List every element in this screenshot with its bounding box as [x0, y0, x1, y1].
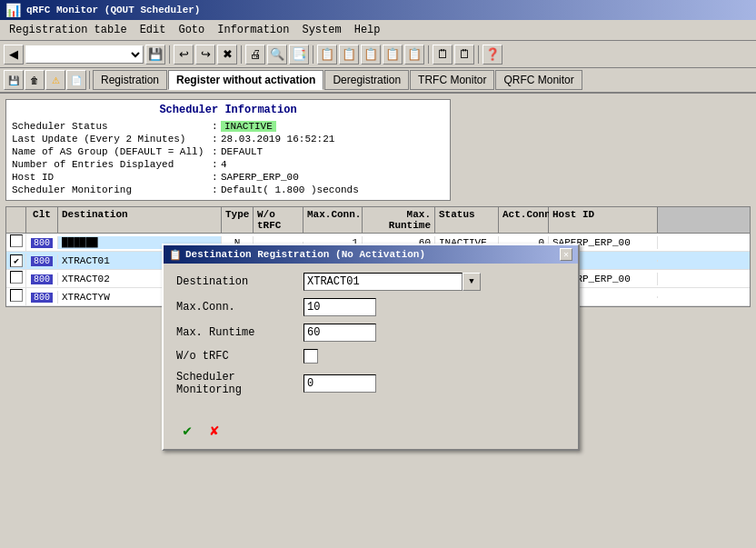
content-area: Scheduler Information Scheduler Status :… [0, 94, 756, 313]
dialog-field-wo-trfc: W/o tRFC [176, 349, 565, 364]
th-type: Type [222, 207, 254, 233]
info-colon-1: : [212, 134, 221, 144]
destination-input[interactable] [303, 273, 463, 291]
toolbar-btn-11[interactable]: 📋 [383, 45, 403, 65]
info-row-4: Host ID : SAPERP_ERP_00 [10, 171, 446, 184]
dialog-field-scheduler-monitoring: Scheduler Monitoring [176, 371, 565, 396]
dialog-close-button[interactable]: ✕ [560, 248, 572, 261]
title-bar: 📊 qRFC Monitor (QOUT Scheduler) [0, 0, 756, 20]
dialog-title-text: Destination Registration (No Activation) [185, 249, 425, 260]
dialog-title-bar: 📋 Destination Registration (No Activatio… [164, 245, 578, 264]
th-max-runtime: Max. Runtime [363, 207, 435, 233]
row0-clt: 800 [26, 236, 58, 249]
scheduler-info-box: Scheduler Information Scheduler Status :… [5, 99, 451, 201]
menu-system[interactable]: System [296, 22, 346, 38]
destination-dropdown-button[interactable]: ▼ [463, 273, 481, 291]
help-button[interactable]: ❓ [482, 45, 502, 65]
info-label-5: Scheduler Monitoring [12, 184, 212, 195]
row2-check[interactable] [6, 270, 26, 287]
info-row-5: Scheduler Monitoring : Default( 1.800 )s… [10, 184, 446, 196]
tab-qrfc-monitor[interactable]: QRFC Monitor [495, 70, 582, 90]
info-value-1: 28.03.2019 16:52:21 [221, 134, 334, 144]
th-host-id: Host ID [549, 207, 658, 233]
maxconn-input[interactable] [303, 298, 376, 316]
dialog-icon: 📋 [169, 249, 182, 261]
info-label-1: Last Update (Every 2 Minutes) [12, 134, 212, 144]
th-clt: Clt [26, 207, 58, 233]
info-btn[interactable]: 📄 [66, 70, 86, 90]
back-button[interactable]: ◀ [4, 45, 24, 65]
sched-mon-input[interactable] [303, 374, 376, 393]
menu-help[interactable]: Help [349, 22, 386, 38]
info-value-0: INACTIVE [221, 121, 276, 132]
app-icon: 📊 [5, 3, 21, 18]
window-title: qRFC Monitor (QOUT Scheduler) [26, 5, 200, 15]
scheduler-info-title: Scheduler Information [10, 104, 446, 116]
toolbar-btn-5[interactable]: 🖨 [245, 45, 265, 65]
row3-check[interactable] [6, 288, 26, 305]
menu-edit[interactable]: Edit [134, 22, 172, 38]
th-destination: Destination [58, 207, 222, 233]
th-status: Status [435, 207, 499, 233]
wo-trfc-checkbox[interactable] [303, 349, 318, 364]
info-label-4: Host ID [12, 172, 212, 183]
toolbar-btn-7[interactable]: 📑 [289, 45, 309, 65]
info-colon-0: : [212, 121, 221, 132]
destination-label: Destination [176, 275, 303, 288]
cancel-button[interactable]: ✘ [204, 420, 225, 442]
toolbar-btn-3[interactable]: ↪ [195, 45, 215, 65]
main-toolbar: ◀ 💾 ↩ ↪ ✖ 🖨 🔍 📑 📋 📋 📋 📋 📋 🗒 🗒 ❓ [0, 41, 756, 68]
info-row-2: Name of AS Group (DEFAULT = All) : DEFAU… [10, 145, 446, 158]
info-label-0: Scheduler Status [12, 121, 212, 132]
toolbar-btn-2[interactable]: ↩ [174, 45, 194, 65]
toolbar-btn-4[interactable]: ✖ [217, 45, 237, 65]
maxruntime-input[interactable] [303, 324, 376, 342]
toolbar-btn-8[interactable]: 📋 [317, 45, 337, 65]
toolbar-btn-6[interactable]: 🔍 [267, 45, 287, 65]
row2-clt: 800 [26, 273, 58, 285]
info-row-3: Number of Entries Displayed : 4 [10, 158, 446, 171]
tab-deregistration[interactable]: Deregistration [324, 70, 409, 90]
info-colon-4: : [212, 172, 221, 183]
table-header: Clt Destination Type W/o tRFC Max.Conn. … [6, 207, 750, 234]
save-btn[interactable]: 💾 [4, 70, 24, 90]
dialog-field-destination: Destination ▼ [176, 273, 565, 291]
info-row-0: Scheduler Status : INACTIVE [10, 120, 446, 133]
wo-trfc-label: W/o tRFC [176, 350, 303, 363]
th-max-conn: Max.Conn. [303, 207, 363, 233]
row0-check[interactable] [6, 234, 26, 251]
info-row-1: Last Update (Every 2 Minutes) : 28.03.20… [10, 133, 446, 145]
toolbar-btn-1[interactable]: 💾 [145, 45, 165, 65]
info-label-3: Number of Entries Displayed [12, 159, 212, 170]
delete-btn[interactable]: 🗑 [25, 70, 45, 90]
info-value-4: SAPERP_ERP_00 [221, 172, 299, 183]
toolbar-btn-9[interactable]: 📋 [339, 45, 359, 65]
action-toolbar: 💾 🗑 ⚠ 📄 Registration Register without ac… [0, 68, 756, 94]
toolbar-btn-10[interactable]: 📋 [361, 45, 381, 65]
confirm-button[interactable]: ✔ [176, 420, 198, 442]
info-value-5: Default( 1.800 )seconds [221, 184, 359, 195]
dialog-content: Destination ▼ Max.Conn. Max. Runtime W/o… [164, 264, 578, 413]
menu-registration-table[interactable]: Registration table [4, 22, 133, 38]
nav-dropdown[interactable] [25, 45, 144, 64]
tab-register-without-activation[interactable]: Register without activation [168, 70, 323, 90]
tab-trfc-monitor[interactable]: TRFC Monitor [410, 70, 494, 90]
row1-check[interactable]: ✔ [6, 254, 26, 268]
row3-clt: 800 [26, 291, 58, 304]
info-colon-5: : [212, 184, 221, 195]
menu-goto[interactable]: Goto [173, 22, 210, 38]
menu-bar: Registration table Edit Goto Information… [0, 20, 756, 41]
toolbar-btn-14[interactable]: 🗒 [454, 45, 474, 65]
destination-registration-dialog: 📋 Destination Registration (No Activatio… [162, 244, 580, 451]
warn-btn[interactable]: ⚠ [45, 70, 65, 90]
info-value-2: DEFAULT [221, 146, 263, 157]
row1-clt: 800 [26, 254, 58, 267]
th-act-conn: Act.Conn [499, 207, 549, 233]
toolbar-btn-12[interactable]: 📋 [404, 45, 424, 65]
tab-registration[interactable]: Registration [93, 70, 167, 90]
toolbar-btn-13[interactable]: 🗒 [433, 45, 453, 65]
info-value-3: 4 [221, 159, 227, 170]
menu-information[interactable]: Information [212, 22, 294, 38]
th-wo-trfc: W/o tRFC [254, 207, 303, 233]
info-label-2: Name of AS Group (DEFAULT = All) [12, 146, 212, 157]
